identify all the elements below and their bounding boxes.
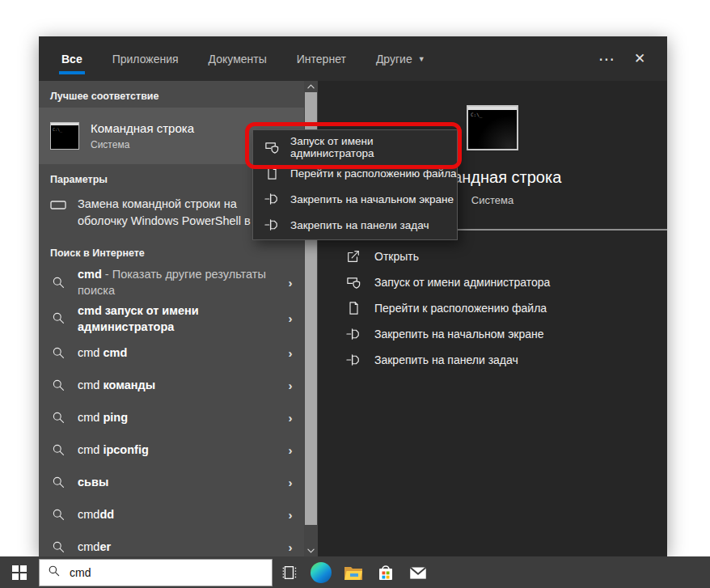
settings-result-label: Замена командной строки на оболочку Wind… — [78, 196, 280, 230]
search-flyout: Все Приложения Документы Интернет Другие… — [39, 36, 667, 556]
action-run-as-admin[interactable]: Запуск от имени администратора — [345, 269, 667, 295]
web-suggestion[interactable]: сьвы › — [39, 466, 304, 498]
web-suggestion[interactable]: cmddd › — [39, 498, 304, 531]
chevron-down-icon: ▼ — [418, 55, 425, 63]
tab-more-filters[interactable]: Другие ▼ — [376, 36, 425, 81]
chevron-right-icon[interactable]: › — [285, 311, 296, 325]
action-open[interactable]: Открыть — [345, 243, 667, 269]
action-file-location[interactable]: Перейти к расположению файла — [345, 295, 667, 321]
chevron-right-icon[interactable]: › — [285, 276, 296, 290]
search-icon — [50, 508, 66, 522]
web-suggestion[interactable]: cmd cmd › — [39, 336, 304, 369]
taskbar — [0, 556, 710, 588]
chevron-right-icon[interactable]: › — [285, 540, 296, 554]
pin-icon — [345, 353, 361, 366]
search-icon — [50, 411, 66, 425]
start-button[interactable] — [0, 556, 39, 588]
context-menu: Запуск от имени администратора Перейти к… — [252, 129, 458, 240]
menu-item-file-location[interactable]: Перейти к расположению файла — [253, 160, 457, 186]
web-suggestion[interactable]: cmd запуск от имени администратора › — [39, 301, 304, 337]
chevron-right-icon[interactable]: › — [285, 443, 296, 457]
tab-web[interactable]: Интернет — [297, 36, 346, 81]
menu-item-pin-taskbar[interactable]: Закрепить на панели задач — [253, 212, 457, 238]
search-icon — [50, 379, 66, 392]
chevron-right-icon[interactable]: › — [285, 346, 296, 360]
search-icon — [50, 346, 66, 360]
search-icon — [50, 443, 66, 457]
tab-apps[interactable]: Приложения — [112, 36, 179, 81]
monitor-icon — [50, 196, 66, 213]
microsoft-store-icon[interactable] — [370, 556, 402, 588]
chevron-right-icon[interactable]: › — [285, 476, 296, 489]
section-best-match: Лучшее соответствие — [39, 81, 304, 108]
file-location-icon — [264, 166, 280, 180]
best-match-title: Командная строка — [91, 121, 194, 135]
mail-icon[interactable] — [402, 556, 434, 588]
menu-item-pin-start[interactable]: Закрепить на начальном экране — [253, 186, 457, 212]
tab-documents[interactable]: Документы — [209, 36, 267, 81]
chevron-right-icon[interactable]: › — [285, 508, 296, 522]
section-web-search: Поиск в Интернете — [39, 238, 304, 264]
file-location-icon — [345, 301, 361, 315]
search-icon — [50, 540, 66, 554]
search-tabbar: Все Приложения Документы Интернет Другие… — [39, 36, 667, 81]
pin-icon — [264, 192, 280, 205]
chevron-right-icon[interactable]: › — [285, 379, 296, 392]
web-suggestion[interactable]: cmd ping › — [39, 401, 304, 434]
taskbar-search-box[interactable] — [39, 559, 273, 586]
cmd-app-icon-large — [467, 105, 518, 150]
web-suggestion[interactable]: cmd - Показать другие результаты поиска … — [39, 264, 304, 301]
preview-actions: Открыть Запуск от имени администратора П… — [318, 231, 667, 373]
more-options-icon[interactable]: ⋯ — [591, 36, 623, 81]
windows-logo-icon — [12, 565, 27, 580]
search-input[interactable] — [68, 565, 233, 580]
tab-all[interactable]: Все — [61, 36, 82, 81]
search-icon — [50, 311, 66, 325]
search-icon — [50, 276, 66, 290]
run-as-admin-icon — [264, 140, 280, 155]
pin-icon — [264, 218, 280, 231]
best-match-subtitle: Система — [91, 139, 194, 150]
edge-browser-icon[interactable] — [305, 556, 337, 588]
action-pin-start[interactable]: Закрепить на начальном экране — [345, 321, 667, 347]
search-icon — [50, 476, 66, 489]
file-explorer-icon[interactable] — [337, 556, 370, 588]
close-icon[interactable]: ✕ — [623, 36, 656, 81]
run-as-admin-icon — [345, 275, 361, 290]
chevron-right-icon[interactable]: › — [285, 411, 296, 425]
open-icon — [345, 249, 361, 264]
task-view-button[interactable] — [273, 556, 305, 588]
action-pin-taskbar[interactable]: Закрепить на панели задач — [345, 347, 667, 373]
cmd-app-icon — [50, 122, 79, 150]
web-suggestion[interactable]: cmd команды › — [39, 369, 304, 401]
search-icon — [48, 565, 61, 581]
scroll-up-icon[interactable] — [304, 81, 318, 92]
pin-icon — [345, 328, 361, 341]
scroll-down-icon[interactable] — [304, 545, 318, 556]
web-suggestion[interactable]: cmd ipconfig › — [39, 434, 304, 466]
web-suggestion[interactable]: cmder › — [39, 531, 304, 556]
menu-item-run-as-admin[interactable]: Запуск от имени администратора — [253, 134, 457, 160]
